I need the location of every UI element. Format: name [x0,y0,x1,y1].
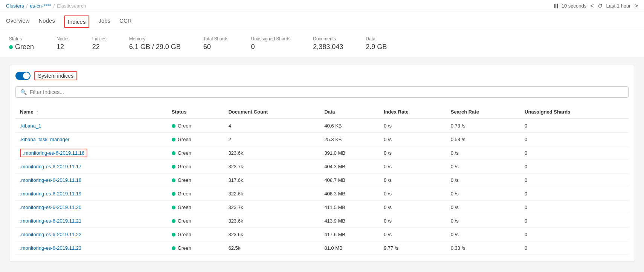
status-dot-row [172,192,175,196]
system-indices-toggle[interactable] [15,72,31,80]
index-link[interactable]: .monitoring-es-6-2019.11.21 [20,218,81,224]
cell-unassigned: 0 [520,174,629,187]
cell-name: .monitoring-es-6-2019.11.17 [15,160,167,174]
col-status[interactable]: Status [167,105,224,119]
tab-indices[interactable]: Indices [64,15,90,28]
stat-total-shards: Total Shards 60 [203,36,229,51]
cell-doc-count: 4 [224,119,320,133]
pause-button[interactable] [554,4,558,8]
cell-name: .kibana_1 [15,119,167,133]
index-link[interactable]: .monitoring-es-6-2019.11.18 [20,177,81,183]
cell-unassigned: 0 [520,214,629,228]
cell-status: Green [167,160,224,174]
table-row: .monitoring-es-6-2019.11.19Green322.6k40… [15,187,629,201]
cell-status: Green [167,187,224,201]
status-dot-row [172,151,175,155]
cell-search-rate: 0.33 /s [446,241,520,255]
index-link[interactable]: .kibana_task_manager [20,137,70,142]
stat-documents: Documents 2,383,043 [313,36,343,51]
stat-documents-label: Documents [313,36,343,41]
toggle-row: System indices [15,71,629,80]
col-unassigned[interactable]: Unassigned Shards [520,105,629,119]
cell-unassigned: 0 [520,160,629,174]
cell-doc-count: 317.6k [224,174,320,187]
cell-name: .monitoring-es-6-2019.11.23 [15,241,167,255]
stat-nodes: Nodes 12 [56,36,70,51]
cell-search-rate: 0 /s [446,146,520,160]
stat-memory-value: 6.1 GB / 29.0 GB [129,43,181,51]
cell-search-rate: 0.53 /s [446,133,520,146]
sort-arrow: ↑ [36,110,38,114]
stat-data: Data 2.9 GB [366,36,387,51]
prev-arrow[interactable]: < [590,3,594,9]
cell-doc-count: 323.6k [224,146,320,160]
table-body: .kibana_1Green440.6 KB0 /s0.73 /s0.kiban… [15,119,629,255]
status-text-row: Green [178,191,191,197]
cell-search-rate: 0.73 /s [446,119,520,133]
cell-unassigned: 0 [520,228,629,241]
table-row: .kibana_1Green440.6 KB0 /s0.73 /s0 [15,119,629,133]
content-card: System indices 🔍 Name ↑ Status Document … [9,65,635,261]
cell-data: 25.3 KB [320,133,379,146]
table-row: .monitoring-es-6-2019.11.22Green323.6k41… [15,228,629,241]
search-input[interactable] [30,89,624,95]
status-text-row: Green [178,150,191,156]
status-cell: Green [172,137,220,142]
status-cell: Green [172,245,220,251]
table-row: .monitoring-es-6-2019.11.20Green323.7k41… [15,201,629,214]
cell-index-rate: 0 /s [379,133,446,146]
status-text-row: Green [178,177,191,183]
stat-nodes-label: Nodes [56,36,70,41]
stat-documents-value: 2,383,043 [313,43,343,51]
index-link[interactable]: .kibana_1 [20,123,41,129]
status-dot-row [172,138,175,141]
cell-unassigned: 0 [520,119,629,133]
status-dot-row [172,124,175,128]
tab-ccr[interactable]: CCR [119,13,132,29]
cell-status: Green [167,241,224,255]
col-doc-count[interactable]: Document Count [224,105,320,119]
status-dot-row [172,219,175,223]
cell-doc-count: 62.5k [224,241,320,255]
table-row: .monitoring-es-6-2019.11.23Green62.5k81.… [15,241,629,255]
tab-nodes[interactable]: Nodes [39,13,55,29]
cell-index-rate: 0 /s [379,174,446,187]
tab-overview[interactable]: Overview [6,13,30,29]
cell-status: Green [167,214,224,228]
index-link[interactable]: .monitoring-es-6-2019.11.17 [20,164,81,169]
status-dot [9,45,13,49]
breadcrumb-cluster-name[interactable]: es-cn-**** [30,3,51,9]
col-search-rate[interactable]: Search Rate [446,105,520,119]
search-box: 🔍 [15,86,629,98]
cell-unassigned: 0 [520,187,629,201]
cell-search-rate: 0 /s [446,201,520,214]
next-arrow[interactable]: > [635,3,638,9]
index-link[interactable]: .monitoring-es-6-2019.11.20 [20,204,81,210]
time-range-label: Last 1 hour [606,3,631,9]
index-link[interactable]: .monitoring-es-6-2019.11.19 [20,191,81,197]
cell-name: .monitoring-es-6-2019.11.18 [15,174,167,187]
stats-bar: Status Green Nodes 12 Indices 22 Memory … [0,30,644,57]
col-name[interactable]: Name ↑ [15,105,167,119]
index-link[interactable]: .monitoring-es-6-2019.11.23 [20,245,81,251]
status-cell: Green [172,232,220,237]
col-data[interactable]: Data [320,105,379,119]
search-icon: 🔍 [20,89,27,95]
col-index-rate[interactable]: Index Rate [379,105,446,119]
status-text-row: Green [178,204,191,210]
tab-jobs[interactable]: Jobs [98,13,110,29]
stat-unassigned-shards: Unassigned Shards 0 [251,36,291,51]
nav-tabs: Overview Nodes Indices Jobs CCR [0,12,644,30]
index-link[interactable]: .monitoring-es-6-2019.11.16 [20,149,87,157]
stat-nodes-value: 12 [56,43,70,51]
index-link[interactable]: .monitoring-es-6-2019.11.22 [20,232,81,237]
cell-index-rate: 0 /s [379,201,446,214]
status-cell: Green [172,191,220,197]
cell-data: 408.7 MB [320,174,379,187]
cell-index-rate: 0 /s [379,146,446,160]
breadcrumb-clusters[interactable]: Clusters [6,3,24,9]
status-dot-row [172,233,175,237]
table-row: .monitoring-es-6-2019.11.17Green323.7k40… [15,160,629,174]
cell-doc-count: 322.6k [224,187,320,201]
cell-data: 417.6 MB [320,228,379,241]
